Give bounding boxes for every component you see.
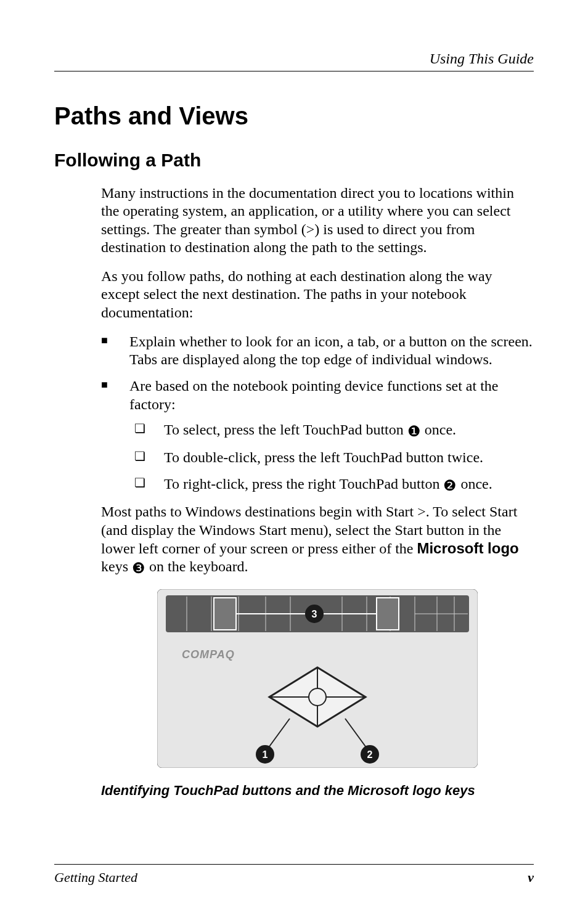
list-item-text: To select, press the left TouchPad butto… (164, 422, 407, 438)
footer: Getting Started v (54, 870, 534, 886)
running-header: Using This Guide (54, 51, 534, 67)
section-heading: Following a Path (54, 150, 534, 171)
svg-rect-15 (377, 598, 399, 630)
page-title: Paths and Views (54, 102, 534, 130)
svg-rect-14 (214, 598, 236, 630)
touchpad-diagram: 3 COMPAQ 1 2 (157, 589, 478, 768)
callout-1-icon: ❶ (407, 422, 421, 440)
svg-text:1: 1 (263, 749, 268, 760)
figure: 3 COMPAQ 1 2 (101, 589, 534, 770)
paragraph-text: on the keyboard. (145, 558, 248, 574)
list-item-text: once. (457, 476, 492, 492)
list-item: To double-click, press the left TouchPad… (129, 449, 534, 467)
list-item: To right-click, press the right TouchPad… (129, 475, 534, 494)
callout-2-icon: ❷ (443, 476, 457, 494)
paragraph: Many instructions in the documentation d… (101, 184, 534, 256)
svg-text:2: 2 (367, 749, 373, 760)
list-item: Are based on the notebook pointing devic… (101, 377, 534, 494)
list-item: To select, press the left TouchPad butto… (129, 421, 534, 440)
list-item-text: Are based on the notebook pointing devic… (129, 378, 499, 412)
footer-rule (54, 864, 534, 865)
svg-text:3: 3 (312, 609, 317, 619)
footer-right: v (528, 870, 534, 886)
list-item-text: To right-click, press the right TouchPad… (164, 476, 443, 492)
callout-3-icon: ❸ (132, 559, 145, 577)
paragraph-text: keys (101, 558, 132, 574)
sub-bullet-list: To select, press the left TouchPad butto… (129, 421, 534, 494)
svg-point-24 (309, 688, 326, 706)
bullet-list: Explain whether to look for an icon, a t… (101, 333, 534, 495)
paragraph: As you follow paths, do nothing at each … (101, 267, 534, 322)
svg-text:COMPAQ: COMPAQ (182, 648, 235, 661)
bold-term: Microsoft logo (417, 540, 518, 556)
body-content: Many instructions in the documentation d… (54, 184, 534, 799)
header-rule (54, 71, 534, 71)
figure-caption: Identifying TouchPad buttons and the Mic… (101, 783, 534, 799)
paragraph: Most paths to Windows destinations begin… (101, 503, 534, 577)
footer-left: Getting Started (54, 870, 137, 886)
list-item-text: once. (421, 422, 456, 438)
list-item: Explain whether to look for an icon, a t… (101, 333, 534, 369)
